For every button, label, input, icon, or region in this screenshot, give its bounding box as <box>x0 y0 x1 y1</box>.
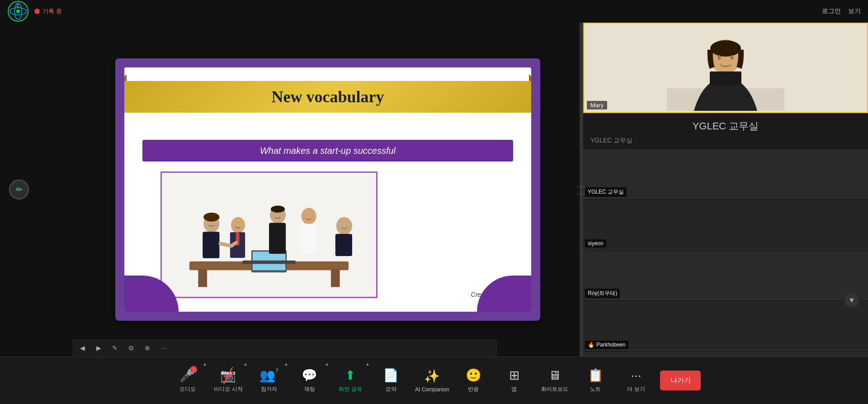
slide-draw-button[interactable]: ✎ <box>109 342 120 353</box>
svg-rect-22 <box>300 224 316 254</box>
video-icon: 📷╱ <box>220 368 236 383</box>
slide-wrapper: New vocabulary What makes a start-up suc… <box>115 58 540 321</box>
top-bar: E 기록 중 로그인 보기 <box>0 0 868 23</box>
svg-point-15 <box>231 217 245 233</box>
view-button[interactable]: 보기 <box>848 7 861 15</box>
slide-more-button[interactable]: ··· <box>158 342 169 353</box>
participant-name-2: Roy(최우태) <box>585 289 620 298</box>
slide-zoom-button[interactable]: ⊕ <box>142 342 153 353</box>
microphone-icon: 🎤 ! <box>179 368 195 383</box>
notes-icon: 📋 <box>588 368 604 383</box>
toolbar-participants[interactable]: 👥7 ▲ 참가자 <box>249 357 289 404</box>
toolbar-audio[interactable]: 🎤 ! ▲ 오디오 <box>167 357 208 404</box>
toolbar-chat[interactable]: 💬 ▲ 채팅 <box>289 357 330 404</box>
list-item: YGLEC 교무실 <box>583 149 868 199</box>
svg-rect-24 <box>335 234 352 256</box>
share-label: 화면 공유 <box>339 385 362 393</box>
fire-icon: 🔥 <box>588 342 594 348</box>
slide-copy-button[interactable]: ⧉ <box>126 342 137 353</box>
slide-subtitle: What makes a start-up successful <box>260 146 396 156</box>
more-icon: ··· <box>631 368 641 383</box>
ai-icon: ✨ <box>424 369 440 384</box>
top-right: 로그인 보기 <box>822 7 861 15</box>
svg-point-32 <box>717 55 721 60</box>
svg-point-30 <box>710 40 741 57</box>
summary-label: 요약 <box>386 385 396 393</box>
video-label: 비디오 시작 <box>214 385 242 393</box>
svg-point-14 <box>203 213 219 222</box>
reaction-icon: 🙂 <box>466 368 481 383</box>
toolbar-ai[interactable]: ✨ AI Companion <box>411 357 453 404</box>
whiteboard-label: 화이트보드 <box>541 385 568 393</box>
notes-label: 노트 <box>590 385 601 393</box>
slide-next-button[interactable]: ▶ <box>93 342 104 353</box>
room-name: YGLEC 교무실 <box>590 119 861 133</box>
list-item: siyeon <box>583 200 868 250</box>
chevron-down-icon: ▼ <box>848 296 855 304</box>
toolbar-apps[interactable]: ⊞ 앱 <box>494 357 534 404</box>
toolbar-reaction[interactable]: 🙂 반응 <box>453 357 494 404</box>
rec-label: 기록 중 <box>42 7 62 15</box>
apps-label: 앱 <box>511 385 517 393</box>
slide-business-image <box>160 171 377 298</box>
apps-icon: ⊞ <box>509 368 519 383</box>
host-video: Mary <box>583 23 868 113</box>
audio-badge: ! <box>190 366 197 373</box>
share-chevron-icon: ▲ <box>365 361 370 366</box>
whiteboard-icon: 🖥 <box>548 368 561 383</box>
more-label: 더 보기 <box>627 385 645 393</box>
chat-icon: 💬 <box>302 368 317 383</box>
toolbar-share[interactable]: ⬆ ▲ 화면 공유 <box>330 357 371 404</box>
reaction-label: 반응 <box>468 385 479 393</box>
bottom-toolbar: 🎤 ! ▲ 오디오 📷╱ ▲ 비디오 시작 👥7 ▲ 참가자 💬 ▲ 채팅 ⬆ … <box>0 356 868 404</box>
slide-toolbar: ◀ ▶ ✎ ⧉ ⊕ ··· <box>72 339 497 356</box>
meeting-illustration <box>162 173 376 297</box>
slide-header-banner: New vocabulary <box>124 81 531 113</box>
host-name-badge: Mary <box>587 101 607 109</box>
svg-rect-31 <box>710 71 741 85</box>
svg-rect-13 <box>203 232 219 258</box>
leave-button[interactable]: 나가기 <box>660 371 701 390</box>
participants-label: 참가자 <box>261 385 277 393</box>
toolbar-more[interactable]: ··· 더 보기 <box>616 357 656 404</box>
main-presentation-area: ✏ New vocabulary What makes a start-up s… <box>0 23 583 356</box>
top-left: E 기록 중 <box>7 0 62 22</box>
svg-rect-8 <box>331 269 340 287</box>
chat-label: 채팅 <box>304 385 315 393</box>
list-item: 김시우 <box>583 352 868 356</box>
chat-chevron-icon: ▲ <box>325 361 329 366</box>
toolbar-summary[interactable]: 📄 요약 <box>371 357 411 404</box>
slide-subtitle-bar: What makes a start-up successful <box>142 140 513 162</box>
share-icon: ⬆ <box>345 368 355 383</box>
slide-corner-br <box>477 276 531 312</box>
list-item: 🔥 Parkhobeen <box>583 301 868 351</box>
scroll-down-button[interactable]: ▼ <box>844 293 859 308</box>
svg-point-33 <box>730 55 734 60</box>
audio-label: 오디오 <box>179 385 196 393</box>
edit-fab-button[interactable]: ✏ <box>9 180 29 200</box>
panel-divider[interactable]: ⋮⋮ <box>580 23 583 356</box>
slide-container: New vocabulary What makes a start-up suc… <box>72 23 583 356</box>
login-button[interactable]: 로그인 <box>822 7 841 15</box>
participant-name-1: siyeon <box>585 239 606 247</box>
toolbar-whiteboard[interactable]: 🖥 화이트보드 <box>534 357 575 404</box>
participants-header: YGLEC 교무실 <box>583 135 868 148</box>
right-panel: Mary YGLEC 교무실 YGLEC 교무실 YGLEC 교무실 siyeo… <box>583 23 868 356</box>
svg-rect-11 <box>242 261 295 264</box>
app-logo: E <box>7 0 29 22</box>
pencil-icon: ✏ <box>16 185 23 195</box>
participants-list[interactable]: YGLEC 교무실 YGLEC 교무실 siyeon Roy(최우태) 🔥 Pa… <box>583 135 868 356</box>
toolbar-video[interactable]: 📷╱ ▲ 비디오 시작 <box>208 357 249 404</box>
svg-rect-7 <box>198 269 207 287</box>
toolbar-notes[interactable]: 📋 노트 <box>575 357 616 404</box>
slide-prev-button[interactable]: ◀ <box>77 342 88 353</box>
host-silhouette-svg <box>667 25 784 111</box>
participant-name-3: 🔥 Parkhobeen <box>585 341 628 349</box>
summary-icon: 📄 <box>383 368 399 383</box>
list-item: Roy(최우태) <box>583 251 868 300</box>
rec-dot <box>34 9 40 14</box>
audio-chevron-icon: ▲ <box>203 361 207 366</box>
host-video-placeholder: Mary <box>584 24 867 112</box>
recording-status: 기록 중 <box>34 7 62 15</box>
svg-point-23 <box>336 217 352 235</box>
